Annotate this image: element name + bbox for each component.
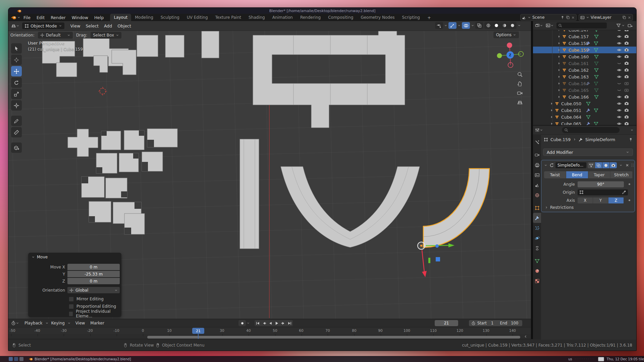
menu-view[interactable]: View <box>68 23 83 29</box>
tab-modeling[interactable]: Modeling <box>131 14 157 21</box>
outliner-row-hidden[interactable]: Cube.161 <box>533 60 636 67</box>
prev-keyframe-button[interactable] <box>261 320 267 326</box>
end-value[interactable]: 100 <box>511 321 518 325</box>
playhead-line[interactable] <box>198 334 199 339</box>
render-camera-icon[interactable] <box>624 74 629 79</box>
hide-eye-icon[interactable] <box>617 115 622 119</box>
notification-icon[interactable] <box>598 357 604 361</box>
blender-menu-icon[interactable] <box>11 15 16 20</box>
properties-editor[interactable]: Cube.159 SimpleDeform Add Modifier <box>533 125 636 340</box>
timeline-ruler[interactable]: -50 -40 -30 -20 -10 0 10 30 40 50 60 70 … <box>8 327 531 334</box>
move-gizmo[interactable] <box>418 242 454 277</box>
hide-eye-icon[interactable] <box>617 95 622 99</box>
tab-geometry-nodes[interactable]: Geometry Nodes <box>357 14 398 21</box>
menu-playback[interactable]: Playback <box>22 320 45 326</box>
render-camera-icon[interactable] <box>624 68 629 72</box>
hide-eye-icon[interactable] <box>617 121 622 125</box>
copy-icon[interactable] <box>566 15 570 19</box>
chevron-down-icon[interactable] <box>630 128 634 132</box>
object-name[interactable]: Cube.051 <box>561 108 581 113</box>
jump-to-end-button[interactable] <box>286 320 293 326</box>
shading-wireframe-button[interactable] <box>484 22 492 29</box>
expand-icon[interactable] <box>557 55 561 58</box>
expand-icon[interactable] <box>550 102 553 105</box>
chevron-down-icon[interactable] <box>458 24 461 27</box>
next-keyframe-button[interactable] <box>280 320 286 326</box>
outliner-row[interactable]: Cube.160 <box>533 53 636 60</box>
play-button[interactable] <box>274 320 280 326</box>
chevron-down-icon[interactable] <box>518 24 521 27</box>
timeline-scrollbar[interactable] <box>147 336 520 339</box>
outliner-row[interactable]: Cube.064 <box>533 114 636 120</box>
orientation-dropdown[interactable]: Default <box>38 32 73 39</box>
editor-type-icon[interactable] <box>11 23 16 28</box>
tool-select-box[interactable] <box>11 43 22 54</box>
road-piece-bend-selected[interactable] <box>423 169 489 247</box>
tab-scene[interactable] <box>533 180 541 190</box>
timeline-track-area[interactable] <box>8 334 531 339</box>
hide-eye-closed-icon[interactable] <box>617 88 622 93</box>
tab-texture-paint[interactable]: Texture Paint <box>212 14 245 21</box>
tab-physics[interactable] <box>533 233 541 243</box>
move-y-field[interactable]: -25.33 m <box>67 271 120 277</box>
tab-modifiers-active[interactable] <box>533 213 541 223</box>
hide-eye-icon[interactable] <box>617 101 622 106</box>
chevron-down-icon[interactable] <box>444 24 447 27</box>
drag-dropdown[interactable]: Select Box <box>91 32 121 39</box>
axis-y-button[interactable]: Y <box>593 197 608 203</box>
show-overlays-button[interactable] <box>462 22 470 29</box>
eyedropper-icon[interactable] <box>622 190 626 194</box>
object-name[interactable]: Cube.166 <box>569 95 589 100</box>
shading-rendered-button[interactable] <box>508 22 517 29</box>
toggle-realtime-button[interactable] <box>602 162 609 168</box>
selectability-visibility-button[interactable] <box>435 22 443 29</box>
tab-layout[interactable]: Layout <box>110 14 131 21</box>
expand-icon[interactable] <box>557 95 561 99</box>
tool-move[interactable] <box>11 66 22 76</box>
hide-eye-icon[interactable] <box>617 54 622 59</box>
origin-object-field[interactable] <box>578 189 628 195</box>
tool-annotate[interactable] <box>11 116 22 126</box>
proportional-editing-checkbox[interactable] <box>69 304 74 309</box>
close-icon[interactable] <box>628 16 631 19</box>
tab-view-layer[interactable] <box>533 170 541 180</box>
taskbar-window-thumb[interactable] <box>9 357 13 361</box>
road-piece-straight[interactable] <box>240 139 259 249</box>
outliner-editor-icon[interactable] <box>535 23 540 28</box>
menu-marker[interactable]: Marker <box>88 320 107 326</box>
object-name[interactable]: Cube.161 <box>569 61 589 66</box>
hide-eye-icon[interactable] <box>617 108 622 113</box>
hide-eye-icon[interactable] <box>617 74 622 79</box>
region-collapse-icon[interactable] <box>524 335 528 339</box>
menu-help[interactable]: Help <box>91 14 107 21</box>
object-name[interactable]: Cube.064 <box>561 115 581 120</box>
render-disabled-icon[interactable] <box>624 81 629 86</box>
start-value[interactable]: 1 <box>491 321 493 325</box>
collapse-icon[interactable] <box>544 164 547 167</box>
tab-sculpting[interactable]: Sculpting <box>157 14 183 21</box>
mode-stretch[interactable]: Stretch <box>610 171 633 178</box>
orientation-select[interactable]: Global <box>67 287 120 293</box>
expand-icon[interactable] <box>557 48 561 52</box>
current-frame-field[interactable]: 21 <box>435 320 458 326</box>
object-name[interactable]: Cube.165 <box>569 88 589 93</box>
shading-material-button[interactable] <box>500 22 508 29</box>
tab-particles[interactable] <box>533 223 541 233</box>
breadcrumb-modifier[interactable]: SimpleDeform <box>585 137 615 142</box>
close-icon[interactable] <box>571 16 575 19</box>
tab-tool[interactable] <box>533 137 541 147</box>
menu-keying[interactable]: Keying <box>49 320 67 326</box>
render-camera-icon[interactable] <box>624 115 629 119</box>
properties-editor-icon[interactable] <box>535 128 540 132</box>
expand-icon[interactable] <box>557 35 561 38</box>
tool-3d-cursor[interactable] <box>11 55 22 65</box>
pin-icon[interactable] <box>560 15 565 19</box>
hide-eye-icon[interactable] <box>617 68 622 72</box>
expand-icon[interactable] <box>550 115 553 119</box>
drag-handle-icon[interactable] <box>631 163 635 167</box>
tool-measure[interactable] <box>11 127 22 137</box>
object-name[interactable]: Cube.065 <box>561 121 581 125</box>
options-button[interactable]: Options <box>493 32 519 38</box>
expand-icon[interactable] <box>557 42 561 45</box>
tab-rendering[interactable]: Rendering <box>297 14 324 21</box>
